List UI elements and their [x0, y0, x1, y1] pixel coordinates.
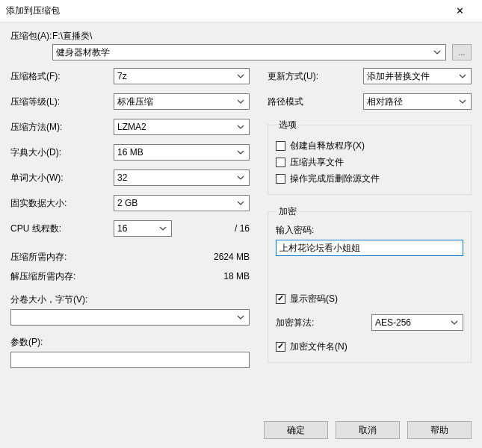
split-label: 分卷大小，字节(V):	[10, 293, 250, 306]
mem-compress-label: 压缩所需内存:	[10, 251, 67, 264]
level-combo[interactable]: 标准压缩	[114, 93, 250, 110]
format-label: 压缩格式(F):	[10, 70, 114, 83]
cancel-button[interactable]: 取消	[336, 421, 400, 439]
archive-name-combo[interactable]: 健身器材教学	[52, 44, 446, 60]
cpu-label: CPU 线程数:	[10, 223, 114, 235]
options-legend: 选项	[276, 119, 300, 131]
pathmode-label: 路径模式	[268, 96, 363, 108]
encrypt-names-checkbox[interactable]	[276, 342, 285, 352]
encryption-group: 加密 输入密码: 显示密码(S) 加密算法: AES-256 加密文件名(N)	[268, 205, 472, 363]
encrypt-names-label: 加密文件名(N)	[290, 340, 347, 353]
dialog-content: 压缩包(A): F:\直播类\ 健身器材教学 ... 压缩格式(F): 7z 压…	[0, 22, 482, 448]
options-group: 选项 创建自释放程序(X) 压缩共享文件 操作完成后删除源文件	[268, 119, 472, 195]
title-bar: 添加到压缩包 ✕	[0, 0, 482, 22]
mem-decompress-label: 解压缩所需内存:	[10, 270, 75, 283]
dict-label: 字典大小(D):	[10, 146, 114, 159]
footer: 确定 取消 帮助	[264, 421, 472, 439]
mem-compress-value: 2624 MB	[214, 252, 250, 262]
pathmode-combo[interactable]: 相对路径	[363, 93, 472, 110]
archive-label: 压缩包(A):	[10, 30, 52, 43]
update-combo[interactable]: 添加并替换文件	[363, 68, 472, 84]
delete-label: 操作完成后删除源文件	[290, 172, 380, 185]
help-button[interactable]: 帮助	[407, 421, 472, 439]
left-column: 压缩格式(F): 7z 压缩等级(L): 标准压缩 压缩方法(M): LZMA2…	[10, 68, 250, 373]
dict-combo[interactable]: 16 MB	[114, 144, 250, 161]
params-label: 参数(P):	[10, 336, 250, 349]
password-label: 输入密码:	[276, 224, 463, 237]
archive-path: F:\直播类\	[52, 30, 92, 43]
word-label: 单词大小(W):	[10, 172, 114, 184]
mem-decompress-value: 18 MB	[223, 271, 250, 281]
cpu-total: / 16	[235, 223, 250, 234]
method-combo[interactable]: LZMA2	[114, 119, 250, 135]
params-input[interactable]	[10, 352, 250, 368]
level-label: 压缩等级(L):	[10, 96, 114, 108]
cpu-combo[interactable]: 16	[114, 220, 172, 237]
solid-combo[interactable]: 2 GB	[114, 195, 250, 211]
enc-algo-label: 加密算法:	[276, 317, 371, 329]
shared-label: 压缩共享文件	[290, 156, 344, 169]
encryption-legend: 加密	[276, 205, 300, 218]
sfx-label: 创建自释放程序(X)	[290, 140, 365, 152]
ok-button[interactable]: 确定	[264, 421, 328, 439]
solid-label: 固实数据大小:	[10, 197, 114, 210]
split-combo[interactable]	[10, 309, 250, 326]
show-password-checkbox[interactable]	[276, 294, 285, 304]
word-combo[interactable]: 32	[114, 169, 250, 186]
right-column: 更新方式(U): 添加并替换文件 路径模式 相对路径 选项 创建自释放程序(X)…	[268, 68, 472, 373]
shared-checkbox[interactable]	[276, 158, 285, 167]
close-icon[interactable]: ✕	[443, 0, 476, 22]
enc-algo-combo[interactable]: AES-256	[371, 314, 463, 331]
password-input[interactable]	[276, 240, 463, 256]
window-title: 添加到压缩包	[6, 4, 60, 17]
sfx-checkbox[interactable]	[276, 141, 285, 151]
show-password-label: 显示密码(S)	[290, 293, 338, 305]
method-label: 压缩方法(M):	[10, 121, 114, 134]
format-combo[interactable]: 7z	[114, 68, 250, 84]
update-label: 更新方式(U):	[268, 70, 363, 83]
browse-button[interactable]: ...	[452, 44, 472, 60]
delete-checkbox[interactable]	[276, 174, 285, 184]
